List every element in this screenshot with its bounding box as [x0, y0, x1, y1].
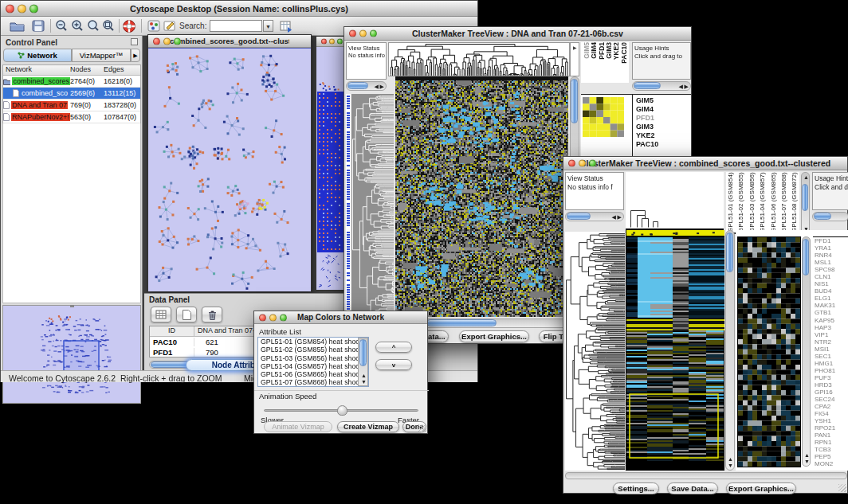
network-graph-canvas-2[interactable]: [316, 47, 344, 290]
treeview1-title-bar[interactable]: ClusterMaker TreeView : DNA and Tran 07-…: [344, 27, 691, 41]
tv2-export-graphics-button[interactable]: Export Graphics...: [726, 483, 796, 494]
minimize-icon[interactable]: [269, 314, 277, 321]
gene-label[interactable]: PUF3: [815, 374, 848, 381]
gene-label[interactable]: RPO21: [815, 424, 848, 432]
tab-vizmapper[interactable]: VizMapper™: [72, 49, 131, 62]
treeview2-title-bar[interactable]: ClusterMaker TreeView : combined_scores_…: [563, 157, 847, 170]
gene-label[interactable]: GPI16: [815, 389, 848, 396]
resize-grip[interactable]: [838, 484, 846, 492]
close-icon[interactable]: [349, 30, 356, 37]
close-icon[interactable]: [259, 314, 266, 321]
tab-overflow-arrow[interactable]: ▶: [131, 49, 140, 62]
delete-attribute-button[interactable]: [202, 307, 222, 322]
network-overview-canvas[interactable]: [3, 306, 140, 403]
network-graph-canvas[interactable]: [148, 48, 311, 291]
overview-resize-handle[interactable]: [70, 305, 74, 307]
gene-label[interactable]: CPA2: [815, 403, 848, 410]
attribute-list-item[interactable]: GPL51-03 (GSM856) heat shock 15 min: [258, 354, 368, 362]
open-network-icon[interactable]: [9, 18, 25, 33]
gene-label[interactable]: SEC24: [815, 396, 848, 403]
gene-label[interactable]: MSL1: [815, 259, 848, 266]
column-label[interactable]: GPL51-02 (GSM855): [737, 172, 745, 232]
zoom-fit-icon[interactable]: [85, 18, 101, 33]
network-view-title-bar[interactable]: combined_scores_good.txt--cluste...: [148, 35, 311, 48]
move-up-button[interactable]: ^: [375, 342, 412, 353]
tv2-save-data-button[interactable]: Save Data...: [667, 483, 718, 494]
gene-label[interactable]: NIS1: [815, 280, 848, 287]
tv1-heatmap[interactable]: [395, 76, 568, 317]
gene-label[interactable]: VIP1: [815, 331, 848, 338]
network-row-dna-tran[interactable]: DNA and Tran 07 769(0) 183728(0): [3, 100, 140, 111]
gene-label[interactable]: RPN1: [815, 439, 848, 446]
tv2-zoom-scrollbar[interactable]: ▲▼: [802, 236, 811, 467]
column-label[interactable]: GPL51-07 (GSM868): [780, 172, 788, 232]
attribute-list-item[interactable]: GPL51-07 (GSM868) heat shock 60 min: [258, 378, 368, 386]
tv2-settings-button[interactable]: Settings...: [613, 483, 659, 494]
column-label[interactable]: GPL51-04 (GSM857): [759, 172, 767, 232]
col-header-network[interactable]: Network: [3, 65, 70, 75]
network-overview-panel[interactable]: [2, 305, 141, 404]
zoom-window-icon[interactable]: [337, 39, 343, 45]
row-label[interactable]: PFD1: [636, 114, 658, 123]
help-lifesaver-icon[interactable]: [121, 18, 137, 33]
zoom-window-icon[interactable]: [370, 30, 377, 37]
gene-label[interactable]: MAK31: [815, 302, 848, 309]
column-label[interactable]: GPL51-01 (GSM854): [727, 172, 735, 232]
tv2-top-dendrogram[interactable]: [626, 172, 724, 230]
tv1-row-dendrogram[interactable]: [351, 94, 394, 317]
window-controls[interactable]: [6, 4, 38, 13]
network-row-rnapuber[interactable]: RNAPuberNov2+! 563(0) 107847(0): [3, 111, 140, 123]
gene-label[interactable]: MSI1: [815, 346, 848, 353]
close-icon[interactable]: [568, 160, 575, 167]
new-attribute-button[interactable]: [176, 307, 197, 322]
zoom-selected-icon[interactable]: [100, 18, 116, 33]
network-row-combined-sco-selected[interactable]: combined_sco 2569(6) 13112(15): [3, 88, 140, 100]
zoom-in-icon[interactable]: [69, 18, 85, 33]
gene-label[interactable]: CLN1: [815, 273, 848, 280]
gene-label[interactable]: RNR4: [815, 252, 848, 259]
minimize-icon[interactable]: [163, 37, 171, 45]
column-label[interactable]: GPL51-06 (GSM865): [770, 172, 778, 232]
gene-label[interactable]: PAN1: [815, 432, 848, 439]
row-label[interactable]: GIM5: [636, 96, 658, 105]
attribute-list-item[interactable]: GPL51-04 (GSM857) heat shock 20 min: [258, 362, 368, 370]
gene-label[interactable]: SEC1: [815, 353, 848, 360]
gene-label[interactable]: MON2: [815, 460, 848, 467]
tv2-heatmap[interactable]: [626, 230, 724, 471]
column-label[interactable]: GIM5: [583, 42, 590, 59]
row-label[interactable]: PAC10: [636, 140, 658, 149]
data-col-id[interactable]: ID: [150, 326, 194, 336]
tv2-hscrollbar[interactable]: [565, 472, 847, 479]
column-label[interactable]: GPL51-08 (GSM872): [791, 172, 799, 232]
tv2-collabel-scrollbar[interactable]: ▲▼: [801, 172, 810, 234]
attribute-table-button[interactable]: [151, 307, 171, 322]
gene-label[interactable]: YSH1: [815, 417, 848, 424]
tv1-top-dendrogram[interactable]: [388, 42, 570, 76]
slider-thumb[interactable]: [337, 405, 347, 416]
close-icon[interactable]: [153, 37, 160, 45]
column-label[interactable]: YKE2: [612, 42, 619, 60]
attribute-list-item[interactable]: GPL51-02 (GSM855) heat shock 10 min: [258, 346, 368, 354]
attribute-list-item[interactable]: GPL51-06 (GSM865) heat shock 40 min: [258, 370, 368, 378]
gene-label[interactable]: YRA1: [815, 244, 848, 252]
column-label[interactable]: PFD1: [598, 42, 605, 60]
edit-annotation-icon[interactable]: [162, 18, 178, 33]
float-panel-icon[interactable]: [131, 38, 138, 45]
minimize-icon[interactable]: [329, 39, 335, 45]
attribute-list-scrollbar[interactable]: ▲▼: [358, 338, 368, 386]
row-label[interactable]: YKE2: [636, 131, 658, 140]
save-session-icon[interactable]: [30, 18, 46, 33]
tv2-usage-scrollbar[interactable]: [812, 212, 848, 221]
gene-label[interactable]: KAP95: [815, 317, 848, 324]
network-view-2-title-bar[interactable]: [316, 37, 344, 47]
main-title-bar[interactable]: Cytoscape Desktop (Session Name: collins…: [1, 1, 477, 17]
gene-label[interactable]: HMG1: [815, 360, 848, 367]
gene-label[interactable]: FIG4: [815, 410, 848, 417]
row-label[interactable]: GIM3: [636, 123, 658, 131]
zoom-window-icon[interactable]: [174, 37, 181, 45]
tv1-mini-matrix[interactable]: [583, 97, 624, 137]
zoom-out-icon[interactable]: [53, 18, 69, 33]
tv2-status-scrollbar[interactable]: ◀▶: [565, 212, 624, 221]
column-label[interactable]: GIM4: [590, 42, 597, 59]
search-input[interactable]: [210, 20, 262, 32]
